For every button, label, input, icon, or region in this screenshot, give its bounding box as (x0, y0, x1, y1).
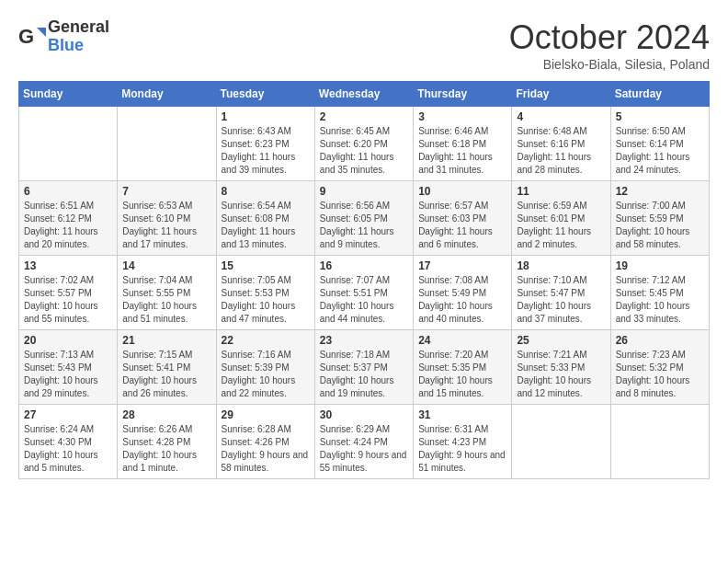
calendar-cell: 21Sunrise: 7:15 AM Sunset: 5:41 PM Dayli… (118, 330, 216, 405)
day-info: Sunrise: 7:21 AM Sunset: 5:33 PM Dayligh… (517, 349, 605, 400)
calendar-cell: 6Sunrise: 6:51 AM Sunset: 6:12 PM Daylig… (19, 181, 118, 256)
calendar-cell: 7Sunrise: 6:53 AM Sunset: 6:10 PM Daylig… (118, 181, 216, 256)
day-info: Sunrise: 6:59 AM Sunset: 6:01 PM Dayligh… (517, 200, 605, 251)
day-info: Sunrise: 6:54 AM Sunset: 6:08 PM Dayligh… (222, 200, 310, 251)
day-info: Sunrise: 6:51 AM Sunset: 6:12 PM Dayligh… (24, 200, 112, 251)
calendar-cell: 31Sunrise: 6:31 AM Sunset: 4:23 PM Dayli… (414, 405, 512, 479)
calendar-cell: 28Sunrise: 6:26 AM Sunset: 4:28 PM Dayli… (118, 405, 216, 479)
day-info: Sunrise: 7:16 AM Sunset: 5:39 PM Dayligh… (222, 349, 310, 400)
header-wednesday: Wednesday (314, 82, 413, 107)
day-number: 13 (24, 259, 112, 272)
day-number: 29 (222, 408, 310, 421)
calendar-header-row: SundayMondayTuesdayWednesdayThursdayFrid… (19, 82, 710, 107)
header-thursday: Thursday (414, 82, 512, 107)
day-number: 27 (24, 408, 112, 421)
day-number: 15 (222, 259, 310, 272)
day-info: Sunrise: 6:28 AM Sunset: 4:26 PM Dayligh… (222, 423, 310, 475)
day-number: 3 (418, 110, 506, 123)
day-info: Sunrise: 7:07 AM Sunset: 5:51 PM Dayligh… (320, 274, 408, 326)
day-number: 23 (320, 334, 408, 347)
logo-text: General Blue (48, 18, 109, 55)
day-info: Sunrise: 7:12 AM Sunset: 5:45 PM Dayligh… (616, 274, 704, 326)
day-info: Sunrise: 6:53 AM Sunset: 6:10 PM Dayligh… (122, 200, 210, 251)
calendar-cell: 30Sunrise: 6:29 AM Sunset: 4:24 PM Dayli… (314, 405, 413, 479)
calendar-week-row: 13Sunrise: 7:02 AM Sunset: 5:57 PM Dayli… (19, 256, 710, 330)
calendar-cell: 24Sunrise: 7:20 AM Sunset: 5:35 PM Dayli… (414, 330, 512, 405)
day-number: 9 (320, 185, 408, 198)
svg-marker-1 (37, 28, 46, 37)
day-info: Sunrise: 7:04 AM Sunset: 5:55 PM Dayligh… (122, 274, 210, 326)
calendar-cell: 8Sunrise: 6:54 AM Sunset: 6:08 PM Daylig… (216, 181, 314, 256)
day-info: Sunrise: 6:29 AM Sunset: 4:24 PM Dayligh… (320, 423, 408, 475)
calendar-cell: 16Sunrise: 7:07 AM Sunset: 5:51 PM Dayli… (314, 256, 413, 330)
day-info: Sunrise: 7:23 AM Sunset: 5:32 PM Dayligh… (616, 349, 704, 400)
calendar-cell: 27Sunrise: 6:24 AM Sunset: 4:30 PM Dayli… (19, 405, 118, 479)
day-number: 4 (517, 110, 605, 123)
day-info: Sunrise: 7:05 AM Sunset: 5:53 PM Dayligh… (222, 274, 310, 326)
day-info: Sunrise: 7:18 AM Sunset: 5:37 PM Dayligh… (320, 349, 408, 400)
logo-icon: G (18, 23, 46, 51)
day-info: Sunrise: 6:43 AM Sunset: 6:23 PM Dayligh… (222, 125, 310, 177)
day-info: Sunrise: 7:15 AM Sunset: 5:41 PM Dayligh… (122, 349, 210, 400)
header-tuesday: Tuesday (216, 82, 314, 107)
svg-text:G: G (18, 25, 34, 48)
day-number: 30 (320, 408, 408, 421)
calendar-cell: 19Sunrise: 7:12 AM Sunset: 5:45 PM Dayli… (610, 256, 709, 330)
day-number: 19 (616, 259, 704, 272)
day-info: Sunrise: 7:02 AM Sunset: 5:57 PM Dayligh… (24, 274, 112, 326)
day-info: Sunrise: 7:10 AM Sunset: 5:47 PM Dayligh… (517, 274, 605, 326)
day-number: 24 (418, 334, 506, 347)
month-title: October 2024 (509, 18, 710, 57)
calendar-cell: 11Sunrise: 6:59 AM Sunset: 6:01 PM Dayli… (512, 181, 610, 256)
calendar-cell: 18Sunrise: 7:10 AM Sunset: 5:47 PM Dayli… (512, 256, 610, 330)
calendar-cell: 15Sunrise: 7:05 AM Sunset: 5:53 PM Dayli… (216, 256, 314, 330)
calendar-cell: 26Sunrise: 7:23 AM Sunset: 5:32 PM Dayli… (610, 330, 709, 405)
day-info: Sunrise: 7:20 AM Sunset: 5:35 PM Dayligh… (418, 349, 506, 400)
day-number: 25 (517, 334, 605, 347)
calendar-cell (610, 405, 709, 479)
day-info: Sunrise: 7:08 AM Sunset: 5:49 PM Dayligh… (418, 274, 506, 326)
calendar-cell: 2Sunrise: 6:45 AM Sunset: 6:20 PM Daylig… (314, 107, 413, 181)
day-info: Sunrise: 6:57 AM Sunset: 6:03 PM Dayligh… (418, 200, 506, 251)
day-number: 16 (320, 259, 408, 272)
day-number: 11 (517, 185, 605, 198)
day-number: 2 (320, 110, 408, 123)
calendar-week-row: 1Sunrise: 6:43 AM Sunset: 6:23 PM Daylig… (19, 107, 710, 181)
calendar-cell: 10Sunrise: 6:57 AM Sunset: 6:03 PM Dayli… (414, 181, 512, 256)
calendar-cell: 29Sunrise: 6:28 AM Sunset: 4:26 PM Dayli… (216, 405, 314, 479)
calendar-cell: 25Sunrise: 7:21 AM Sunset: 5:33 PM Dayli… (512, 330, 610, 405)
day-number: 22 (222, 334, 310, 347)
day-info: Sunrise: 7:13 AM Sunset: 5:43 PM Dayligh… (24, 349, 112, 400)
calendar-cell: 13Sunrise: 7:02 AM Sunset: 5:57 PM Dayli… (19, 256, 118, 330)
day-number: 10 (418, 185, 506, 198)
calendar-cell: 9Sunrise: 6:56 AM Sunset: 6:05 PM Daylig… (314, 181, 413, 256)
calendar-cell: 12Sunrise: 7:00 AM Sunset: 5:59 PM Dayli… (610, 181, 709, 256)
day-info: Sunrise: 6:46 AM Sunset: 6:18 PM Dayligh… (418, 125, 506, 177)
day-number: 7 (122, 185, 210, 198)
calendar-table: SundayMondayTuesdayWednesdayThursdayFrid… (18, 81, 710, 479)
calendar-cell: 5Sunrise: 6:50 AM Sunset: 6:14 PM Daylig… (610, 107, 709, 181)
day-number: 12 (616, 185, 704, 198)
calendar-cell (19, 107, 118, 181)
day-info: Sunrise: 6:24 AM Sunset: 4:30 PM Dayligh… (24, 423, 112, 475)
day-info: Sunrise: 6:45 AM Sunset: 6:20 PM Dayligh… (320, 125, 408, 177)
logo-blue: Blue (48, 37, 109, 55)
calendar-cell: 20Sunrise: 7:13 AM Sunset: 5:43 PM Dayli… (19, 330, 118, 405)
calendar-cell (118, 107, 216, 181)
day-number: 28 (122, 408, 210, 421)
day-info: Sunrise: 6:56 AM Sunset: 6:05 PM Dayligh… (320, 200, 408, 251)
header-monday: Monday (118, 82, 216, 107)
day-number: 21 (122, 334, 210, 347)
header-sunday: Sunday (19, 82, 118, 107)
day-number: 18 (517, 259, 605, 272)
day-number: 5 (616, 110, 704, 123)
day-number: 26 (616, 334, 704, 347)
day-info: Sunrise: 7:00 AM Sunset: 5:59 PM Dayligh… (616, 200, 704, 251)
calendar-cell: 4Sunrise: 6:48 AM Sunset: 6:16 PM Daylig… (512, 107, 610, 181)
day-info: Sunrise: 6:31 AM Sunset: 4:23 PM Dayligh… (418, 423, 506, 475)
logo-general: General (48, 18, 109, 37)
day-number: 8 (222, 185, 310, 198)
page-header: G General Blue October 2024 Bielsko-Bial… (18, 18, 710, 72)
day-info: Sunrise: 6:48 AM Sunset: 6:16 PM Dayligh… (517, 125, 605, 177)
header-saturday: Saturday (610, 82, 709, 107)
